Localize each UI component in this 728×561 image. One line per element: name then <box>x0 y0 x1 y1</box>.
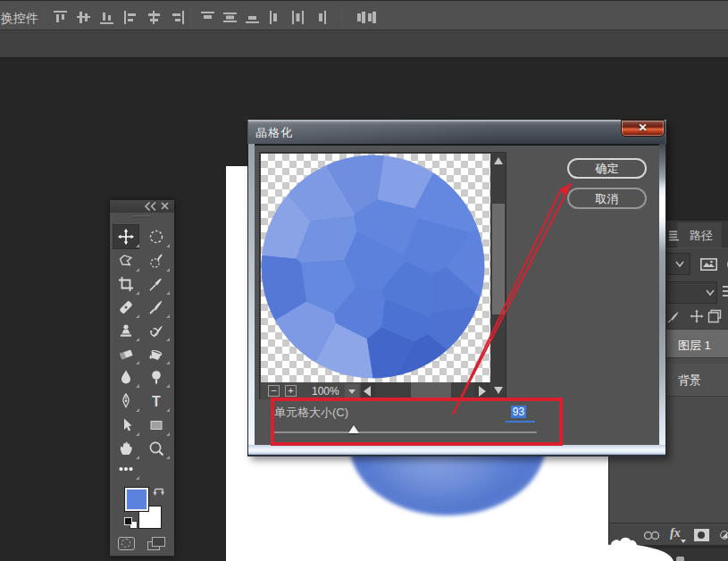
svg-text:T: T <box>152 394 161 409</box>
